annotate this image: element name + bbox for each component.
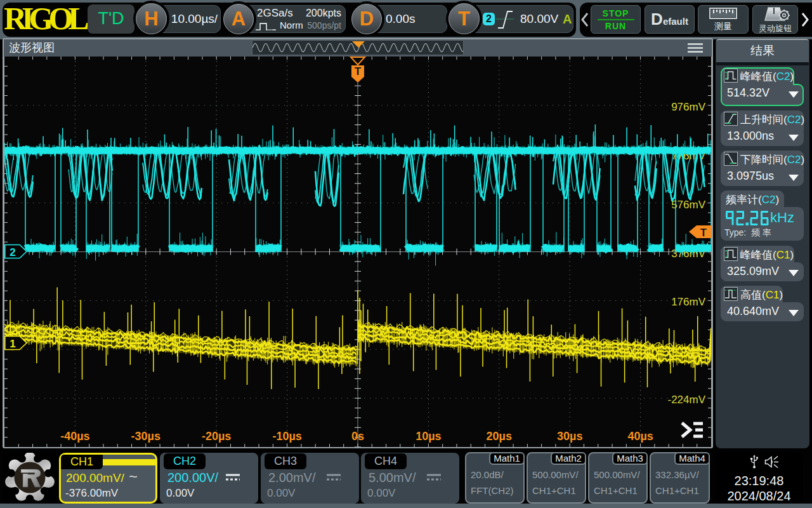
svg-text:10µs: 10µs (416, 430, 441, 443)
svg-text:30µs: 30µs (557, 430, 582, 443)
svg-text:576mV: 576mV (671, 199, 706, 211)
svg-text:0s: 0s (351, 430, 364, 443)
svg-text:-40µs: -40µs (60, 430, 89, 443)
svg-text:40µs: 40µs (627, 430, 653, 443)
svg-text:976mV: 976mV (671, 101, 706, 113)
svg-text:1: 1 (10, 338, 15, 350)
svg-text:-10µs: -10µs (272, 430, 301, 443)
svg-text:-30µs: -30µs (131, 430, 160, 443)
svg-text:20µs: 20µs (487, 430, 512, 443)
svg-text:T: T (355, 65, 362, 77)
svg-text:176mV: 176mV (671, 296, 706, 308)
svg-text:-20µs: -20µs (202, 430, 231, 443)
svg-text:T: T (700, 227, 707, 238)
svg-text:-224mV: -224mV (667, 394, 705, 406)
svg-text:2: 2 (10, 246, 15, 258)
